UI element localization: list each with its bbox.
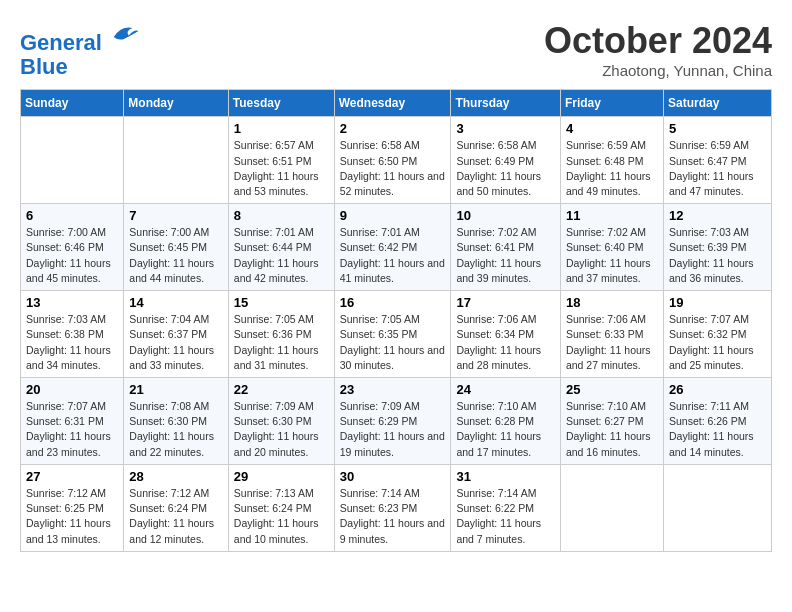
- day-info: Sunrise: 7:10 AMSunset: 6:27 PMDaylight:…: [566, 399, 658, 460]
- calendar-day-cell: 20Sunrise: 7:07 AMSunset: 6:31 PMDayligh…: [21, 378, 124, 465]
- calendar-day-cell: 23Sunrise: 7:09 AMSunset: 6:29 PMDayligh…: [334, 378, 451, 465]
- month-title: October 2024: [544, 20, 772, 62]
- day-info: Sunrise: 7:08 AMSunset: 6:30 PMDaylight:…: [129, 399, 222, 460]
- calendar-day-cell: [21, 117, 124, 204]
- day-number: 2: [340, 121, 446, 136]
- calendar-day-cell: 25Sunrise: 7:10 AMSunset: 6:27 PMDayligh…: [560, 378, 663, 465]
- day-number: 9: [340, 208, 446, 223]
- calendar-day-cell: 26Sunrise: 7:11 AMSunset: 6:26 PMDayligh…: [663, 378, 771, 465]
- day-info: Sunrise: 6:57 AMSunset: 6:51 PMDaylight:…: [234, 138, 329, 199]
- day-info: Sunrise: 7:02 AMSunset: 6:41 PMDaylight:…: [456, 225, 555, 286]
- calendar-day-cell: 11Sunrise: 7:02 AMSunset: 6:40 PMDayligh…: [560, 204, 663, 291]
- logo-blue: Blue: [20, 55, 140, 79]
- calendar-day-cell: 4Sunrise: 6:59 AMSunset: 6:48 PMDaylight…: [560, 117, 663, 204]
- day-of-week-header: Wednesday: [334, 90, 451, 117]
- day-info: Sunrise: 7:14 AMSunset: 6:23 PMDaylight:…: [340, 486, 446, 547]
- calendar-table: SundayMondayTuesdayWednesdayThursdayFrid…: [20, 89, 772, 551]
- calendar-week-row: 20Sunrise: 7:07 AMSunset: 6:31 PMDayligh…: [21, 378, 772, 465]
- day-info: Sunrise: 7:11 AMSunset: 6:26 PMDaylight:…: [669, 399, 766, 460]
- day-number: 3: [456, 121, 555, 136]
- calendar-day-cell: [663, 464, 771, 551]
- calendar-body: 1Sunrise: 6:57 AMSunset: 6:51 PMDaylight…: [21, 117, 772, 551]
- day-info: Sunrise: 7:12 AMSunset: 6:25 PMDaylight:…: [26, 486, 118, 547]
- day-number: 25: [566, 382, 658, 397]
- day-number: 23: [340, 382, 446, 397]
- day-info: Sunrise: 7:00 AMSunset: 6:45 PMDaylight:…: [129, 225, 222, 286]
- logo-bird-icon: [110, 20, 140, 50]
- calendar-day-cell: 28Sunrise: 7:12 AMSunset: 6:24 PMDayligh…: [124, 464, 228, 551]
- day-of-week-header: Thursday: [451, 90, 561, 117]
- day-info: Sunrise: 7:05 AMSunset: 6:36 PMDaylight:…: [234, 312, 329, 373]
- day-info: Sunrise: 7:06 AMSunset: 6:34 PMDaylight:…: [456, 312, 555, 373]
- day-info: Sunrise: 7:06 AMSunset: 6:33 PMDaylight:…: [566, 312, 658, 373]
- day-number: 7: [129, 208, 222, 223]
- page-header: General Blue October 2024 Zhaotong, Yunn…: [20, 20, 772, 79]
- day-info: Sunrise: 7:10 AMSunset: 6:28 PMDaylight:…: [456, 399, 555, 460]
- calendar-day-cell: [124, 117, 228, 204]
- day-number: 29: [234, 469, 329, 484]
- day-info: Sunrise: 7:01 AMSunset: 6:42 PMDaylight:…: [340, 225, 446, 286]
- day-number: 24: [456, 382, 555, 397]
- title-block: October 2024 Zhaotong, Yunnan, China: [544, 20, 772, 79]
- day-number: 27: [26, 469, 118, 484]
- day-info: Sunrise: 6:59 AMSunset: 6:47 PMDaylight:…: [669, 138, 766, 199]
- day-of-week-header: Saturday: [663, 90, 771, 117]
- calendar-day-cell: 31Sunrise: 7:14 AMSunset: 6:22 PMDayligh…: [451, 464, 561, 551]
- day-number: 12: [669, 208, 766, 223]
- calendar-day-cell: 5Sunrise: 6:59 AMSunset: 6:47 PMDaylight…: [663, 117, 771, 204]
- calendar-day-cell: 29Sunrise: 7:13 AMSunset: 6:24 PMDayligh…: [228, 464, 334, 551]
- calendar-header-row: SundayMondayTuesdayWednesdayThursdayFrid…: [21, 90, 772, 117]
- day-info: Sunrise: 7:00 AMSunset: 6:46 PMDaylight:…: [26, 225, 118, 286]
- day-of-week-header: Monday: [124, 90, 228, 117]
- day-number: 16: [340, 295, 446, 310]
- day-number: 30: [340, 469, 446, 484]
- calendar-day-cell: 13Sunrise: 7:03 AMSunset: 6:38 PMDayligh…: [21, 291, 124, 378]
- day-number: 4: [566, 121, 658, 136]
- calendar-day-cell: 6Sunrise: 7:00 AMSunset: 6:46 PMDaylight…: [21, 204, 124, 291]
- day-info: Sunrise: 7:07 AMSunset: 6:31 PMDaylight:…: [26, 399, 118, 460]
- day-number: 1: [234, 121, 329, 136]
- day-number: 19: [669, 295, 766, 310]
- calendar-day-cell: 24Sunrise: 7:10 AMSunset: 6:28 PMDayligh…: [451, 378, 561, 465]
- day-number: 8: [234, 208, 329, 223]
- day-info: Sunrise: 7:09 AMSunset: 6:29 PMDaylight:…: [340, 399, 446, 460]
- day-number: 14: [129, 295, 222, 310]
- day-number: 13: [26, 295, 118, 310]
- calendar-day-cell: 16Sunrise: 7:05 AMSunset: 6:35 PMDayligh…: [334, 291, 451, 378]
- logo-general: General: [20, 30, 102, 55]
- day-of-week-header: Tuesday: [228, 90, 334, 117]
- calendar-day-cell: 18Sunrise: 7:06 AMSunset: 6:33 PMDayligh…: [560, 291, 663, 378]
- location-subtitle: Zhaotong, Yunnan, China: [544, 62, 772, 79]
- day-info: Sunrise: 7:03 AMSunset: 6:39 PMDaylight:…: [669, 225, 766, 286]
- day-number: 17: [456, 295, 555, 310]
- day-info: Sunrise: 7:13 AMSunset: 6:24 PMDaylight:…: [234, 486, 329, 547]
- day-info: Sunrise: 7:12 AMSunset: 6:24 PMDaylight:…: [129, 486, 222, 547]
- day-info: Sunrise: 6:59 AMSunset: 6:48 PMDaylight:…: [566, 138, 658, 199]
- calendar-day-cell: 7Sunrise: 7:00 AMSunset: 6:45 PMDaylight…: [124, 204, 228, 291]
- calendar-day-cell: 3Sunrise: 6:58 AMSunset: 6:49 PMDaylight…: [451, 117, 561, 204]
- day-info: Sunrise: 6:58 AMSunset: 6:49 PMDaylight:…: [456, 138, 555, 199]
- calendar-day-cell: 12Sunrise: 7:03 AMSunset: 6:39 PMDayligh…: [663, 204, 771, 291]
- day-number: 15: [234, 295, 329, 310]
- calendar-week-row: 13Sunrise: 7:03 AMSunset: 6:38 PMDayligh…: [21, 291, 772, 378]
- calendar-day-cell: 27Sunrise: 7:12 AMSunset: 6:25 PMDayligh…: [21, 464, 124, 551]
- calendar-day-cell: 22Sunrise: 7:09 AMSunset: 6:30 PMDayligh…: [228, 378, 334, 465]
- day-number: 22: [234, 382, 329, 397]
- day-of-week-header: Sunday: [21, 90, 124, 117]
- calendar-day-cell: 30Sunrise: 7:14 AMSunset: 6:23 PMDayligh…: [334, 464, 451, 551]
- calendar-day-cell: 8Sunrise: 7:01 AMSunset: 6:44 PMDaylight…: [228, 204, 334, 291]
- calendar-day-cell: 19Sunrise: 7:07 AMSunset: 6:32 PMDayligh…: [663, 291, 771, 378]
- calendar-day-cell: 21Sunrise: 7:08 AMSunset: 6:30 PMDayligh…: [124, 378, 228, 465]
- day-number: 11: [566, 208, 658, 223]
- calendar-day-cell: [560, 464, 663, 551]
- day-info: Sunrise: 7:09 AMSunset: 6:30 PMDaylight:…: [234, 399, 329, 460]
- day-of-week-header: Friday: [560, 90, 663, 117]
- day-number: 21: [129, 382, 222, 397]
- day-info: Sunrise: 7:03 AMSunset: 6:38 PMDaylight:…: [26, 312, 118, 373]
- day-number: 10: [456, 208, 555, 223]
- calendar-week-row: 1Sunrise: 6:57 AMSunset: 6:51 PMDaylight…: [21, 117, 772, 204]
- day-info: Sunrise: 7:01 AMSunset: 6:44 PMDaylight:…: [234, 225, 329, 286]
- calendar-day-cell: 2Sunrise: 6:58 AMSunset: 6:50 PMDaylight…: [334, 117, 451, 204]
- calendar-week-row: 6Sunrise: 7:00 AMSunset: 6:46 PMDaylight…: [21, 204, 772, 291]
- calendar-week-row: 27Sunrise: 7:12 AMSunset: 6:25 PMDayligh…: [21, 464, 772, 551]
